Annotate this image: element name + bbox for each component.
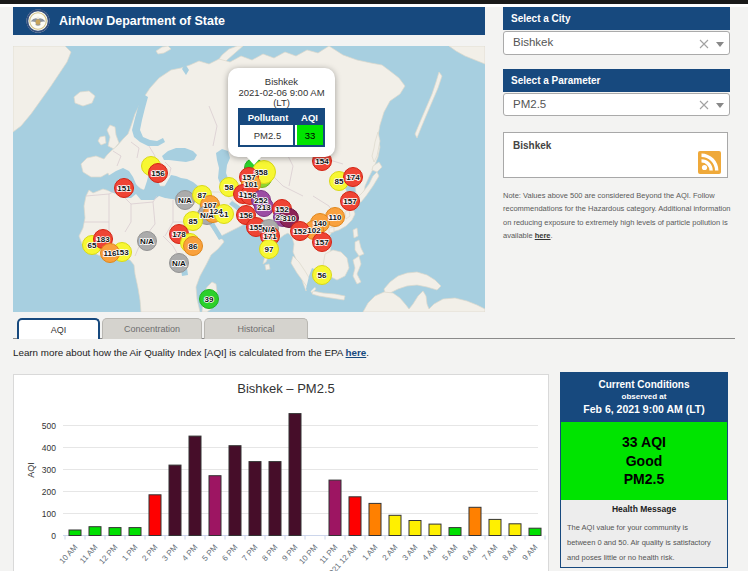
svg-text:87: 87	[198, 191, 207, 200]
svg-text:200: 200	[42, 487, 56, 497]
svg-text:85: 85	[335, 177, 344, 186]
svg-text:8 AM: 8 AM	[501, 543, 520, 563]
svg-text:58: 58	[225, 183, 234, 192]
svg-text:157: 157	[343, 197, 357, 206]
svg-text:171: 171	[263, 232, 277, 241]
svg-text:100: 100	[42, 509, 56, 519]
svg-text:153: 153	[115, 248, 129, 257]
svg-text:5 AM: 5 AM	[441, 543, 460, 563]
svg-text:7 PM: 7 PM	[240, 543, 259, 563]
svg-text:1 AM: 1 AM	[361, 543, 380, 563]
svg-text:2 AM: 2 AM	[381, 543, 400, 563]
svg-text:213: 213	[257, 203, 271, 212]
svg-text:500: 500	[42, 421, 56, 431]
svg-text:400: 400	[42, 443, 56, 453]
svg-text:183: 183	[96, 235, 110, 244]
svg-text:10 PM: 10 PM	[297, 543, 319, 566]
svg-text:3 PM: 3 PM	[160, 543, 179, 563]
svg-text:174: 174	[346, 173, 360, 182]
svg-text:12 PM: 12 PM	[97, 543, 119, 566]
svg-text:156: 156	[151, 169, 165, 178]
svg-text:300: 300	[42, 465, 56, 475]
svg-text:39: 39	[205, 295, 214, 304]
svg-text:0: 0	[51, 531, 56, 541]
svg-text:178: 178	[172, 230, 186, 239]
svg-text:157: 157	[315, 238, 329, 247]
svg-text:110: 110	[329, 213, 342, 222]
svg-text:11 AM: 11 AM	[78, 543, 100, 566]
svg-text:5 PM: 5 PM	[200, 543, 219, 563]
svg-text:124: 124	[209, 207, 223, 216]
svg-text:4 PM: 4 PM	[180, 543, 199, 563]
svg-text:AQI: AQI	[26, 462, 36, 478]
svg-text:101: 101	[244, 180, 258, 189]
svg-text:86: 86	[189, 242, 198, 251]
svg-text:116: 116	[104, 249, 117, 258]
svg-text:4 AM: 4 AM	[421, 543, 440, 563]
svg-text:97: 97	[265, 245, 274, 254]
svg-text:102: 102	[307, 226, 321, 235]
svg-text:N/A: N/A	[172, 259, 186, 268]
svg-text:N/A: N/A	[140, 237, 154, 246]
svg-text:3 AM: 3 AM	[401, 543, 420, 563]
svg-text:154: 154	[315, 157, 329, 166]
svg-text:9 AM: 9 AM	[521, 543, 540, 563]
svg-text:8 PM: 8 PM	[260, 543, 279, 563]
svg-text:7 AM: 7 AM	[481, 543, 500, 563]
svg-text:152: 152	[293, 227, 307, 236]
svg-text:N/A: N/A	[178, 196, 192, 205]
svg-text:56: 56	[318, 271, 327, 280]
svg-text:6 PM: 6 PM	[220, 543, 239, 563]
svg-text:1 PM: 1 PM	[120, 543, 139, 563]
svg-text:10 AM: 10 AM	[58, 543, 80, 566]
svg-text:85: 85	[189, 217, 198, 226]
svg-text:310: 310	[282, 214, 296, 223]
svg-text:151: 151	[117, 184, 131, 193]
svg-text:2 PM: 2 PM	[140, 543, 159, 563]
svg-text:358: 358	[254, 168, 268, 177]
svg-text:6 AM: 6 AM	[461, 543, 480, 563]
svg-text:156: 156	[239, 211, 253, 220]
